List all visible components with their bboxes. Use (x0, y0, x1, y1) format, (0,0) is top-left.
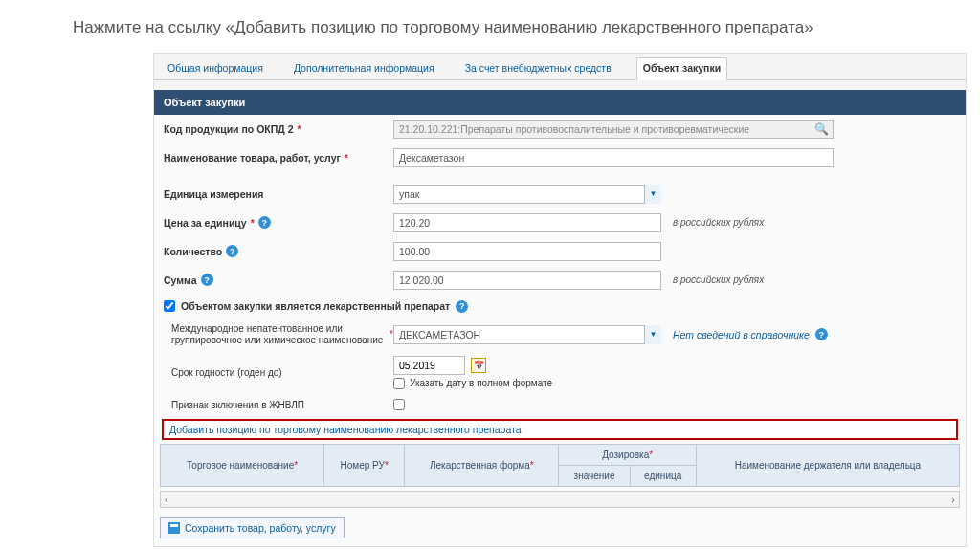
tab-general[interactable]: Общая информация (162, 58, 269, 79)
tab-bar: Общая информация Дополнительная информац… (154, 54, 966, 80)
label-is-drug: Объектом закупки является лекарственный … (181, 300, 450, 312)
full-date-checkbox[interactable] (393, 378, 405, 389)
no-ref-link[interactable]: Нет сведений в справочнике (673, 329, 810, 340)
th-form: Лекарственная форма* (405, 444, 559, 486)
label-qty: Количество ? (164, 245, 393, 257)
label-zhnvlp: Признак включения в ЖНВЛП (164, 400, 393, 410)
label-unit: Единица измерения (164, 188, 393, 200)
sum-input[interactable] (393, 271, 661, 290)
instruction-text: Нажмите на ссылку «Добавить позицию по т… (0, 0, 980, 45)
info-icon[interactable]: ? (258, 216, 271, 229)
label-name: Наименование товара, работ, услуг* (164, 152, 393, 164)
is-drug-checkbox[interactable] (164, 300, 175, 312)
mnn-select[interactable] (393, 325, 661, 344)
info-icon[interactable]: ? (201, 274, 213, 286)
th-reg-num: Номер РУ* (324, 444, 405, 486)
price-input[interactable] (393, 213, 661, 232)
price-hint: в российских рублях (661, 217, 764, 228)
th-trade-name: Торговое наименование* (161, 444, 324, 486)
label-price: Цена за единицу* ? (164, 216, 393, 229)
tab-object[interactable]: Объект закупки (636, 57, 727, 80)
scroll-right-icon[interactable]: › (951, 494, 955, 505)
name-input[interactable] (393, 148, 834, 167)
th-dosage-value: значение (559, 465, 630, 486)
sum-hint: в российских рублях (661, 274, 764, 285)
label-mnn: Международное непатентованное или группи… (164, 323, 393, 346)
th-holder: Наименование держателя или владельца (696, 444, 959, 486)
add-position-link[interactable]: Добавить позицию по торговому наименован… (169, 424, 522, 435)
search-icon[interactable]: 🔍 (814, 122, 829, 136)
chevron-down-icon[interactable]: ▼ (644, 325, 661, 344)
th-dosage: Дозировка* (559, 444, 696, 465)
horizontal-scrollbar[interactable]: ‹ › (160, 491, 960, 508)
okpd-input[interactable] (393, 120, 834, 139)
label-okpd: Код продукции по ОКПД 2 * (164, 123, 393, 135)
label-expiry: Срок годности (годен до) (164, 367, 393, 378)
scroll-left-icon[interactable]: ‹ (165, 494, 168, 505)
info-icon[interactable]: ? (456, 300, 468, 313)
calendar-icon[interactable]: 📅 (471, 358, 486, 373)
info-icon[interactable]: ? (226, 245, 238, 257)
label-sum: Сумма ? (164, 274, 393, 286)
section-header: Объект закупки (154, 90, 966, 115)
tab-additional[interactable]: Дополнительная информация (288, 58, 440, 79)
qty-input[interactable] (393, 242, 661, 261)
save-icon (168, 522, 180, 534)
positions-table: Торговое наименование* Номер РУ* Лекарст… (160, 444, 960, 487)
expiry-input[interactable] (393, 356, 465, 375)
label-full-date: Указать дату в полном формате (410, 378, 552, 388)
th-dosage-unit: единица (630, 465, 696, 486)
app-window: Общая информация Дополнительная информац… (153, 53, 967, 547)
chevron-down-icon[interactable]: ▼ (644, 185, 661, 204)
save-button[interactable]: Сохранить товар, работу, услугу (160, 517, 345, 538)
tab-offbudget[interactable]: За счет внебюджетных средств (459, 58, 617, 79)
unit-select[interactable] (393, 185, 661, 204)
zhnvlp-checkbox[interactable] (393, 399, 405, 410)
add-position-highlight: Добавить позицию по торговому наименован… (162, 419, 958, 440)
info-icon[interactable]: ? (815, 328, 828, 340)
